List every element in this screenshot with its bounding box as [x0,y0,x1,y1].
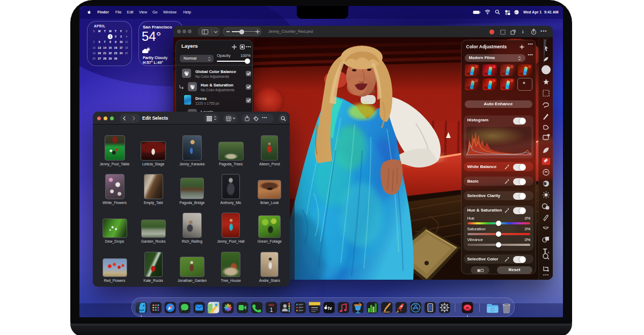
svg-text:1: 1 [269,307,273,313]
svg-text:+: + [547,251,550,254]
svg-text:•••: ••• [543,272,549,277]
svg-text:tv: tv [328,305,332,311]
